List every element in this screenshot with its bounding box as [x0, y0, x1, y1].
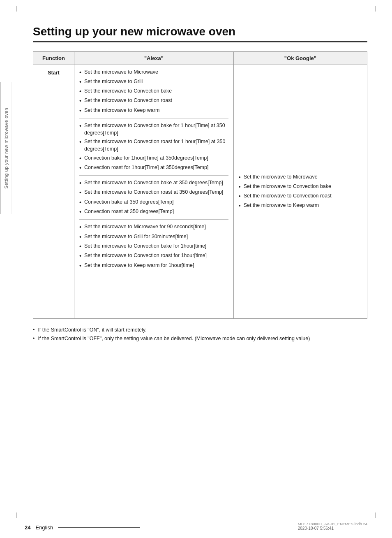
alexa-section-2: Set the microwave to Convection bake for… — [79, 118, 228, 175]
corner-mark-bl — [16, 512, 22, 518]
footer-note-item: If the SmartControl is "ON", it will sta… — [33, 326, 367, 334]
main-table: Function "Alexa" "Ok Google" Start Set t… — [33, 51, 367, 319]
page-wrapper: Setting up your new microwave oven Setti… — [0, 0, 392, 538]
table-header-row: Function "Alexa" "Ok Google" — [33, 51, 367, 65]
alexa-list-1: Set the microwave to Microwave Set the m… — [79, 68, 228, 115]
footer-note-item: If the SmartControl is "OFF", only the s… — [33, 335, 367, 343]
alexa-list-2: Set the microwave to Convection bake for… — [79, 122, 228, 172]
footer-notes-list: If the SmartControl is "ON", it will sta… — [33, 326, 367, 343]
list-item: Set the microwave to Convection roast fo… — [79, 252, 228, 260]
page-footer: 24 English MC17T8000C_AA-01_EN+MES.indb … — [25, 522, 367, 531]
side-label-text: Setting up your new microwave oven — [4, 108, 9, 189]
list-item: Set the microwave to Microwave — [79, 68, 228, 77]
alexa-section-4: Set the microwave to Microwave for 90 se… — [79, 219, 228, 269]
list-item: Set the microwave to Convection bake for… — [79, 242, 228, 250]
list-item: Set the microwave to Convection bake at … — [79, 179, 228, 187]
footer-filename: MC17T8000C_AA-01_EN+MES.indb 24 — [298, 522, 367, 526]
footer-timestamp: 2020-10-07 ￼5:56:41 — [298, 526, 367, 531]
list-item: Set the microwave to Convection roast — [79, 97, 228, 105]
footer-notes: If the SmartControl is "ON", it will sta… — [33, 326, 367, 343]
page-title: Setting up your new microwave oven — [33, 25, 367, 39]
list-item: Set the microwave to Convection bake for… — [79, 122, 228, 137]
list-item: Set the microwave to Microwave — [239, 173, 362, 181]
footer-line — [58, 527, 140, 528]
list-item: Set the microwave to Keep warm — [79, 107, 228, 115]
alexa-list-4: Set the microwave to Microwave for 90 se… — [79, 223, 228, 269]
list-item: Set the microwave to Convection bake — [79, 87, 228, 95]
list-item: Set the microwave to Convection roast at… — [79, 188, 228, 197]
alexa-cell: Set the microwave to Microwave Set the m… — [74, 65, 234, 318]
list-item: Set the microwave to Convection bake — [239, 183, 362, 191]
list-item: Set the microwave to Grill — [79, 78, 228, 86]
list-item: Convection bake at 350 degrees[Temp] — [79, 198, 228, 206]
google-list: Set the microwave to Microwave Set the m… — [239, 173, 362, 210]
function-cell: Start — [33, 65, 74, 318]
list-item: Set the microwave to Microwave for 90 se… — [79, 223, 228, 231]
footer-note-text: If the SmartControl is "OFF", only the s… — [38, 335, 310, 343]
side-label: Setting up your new microwave oven — [0, 82, 12, 214]
function-label: Start — [48, 70, 59, 76]
list-item: Set the microwave to Convection roast fo… — [79, 138, 228, 153]
list-item: Set the microwave to Convection roast — [239, 192, 362, 200]
footer-right: MC17T8000C_AA-01_EN+MES.indb 24 2020-10-… — [298, 522, 367, 531]
alexa-list-3: Set the microwave to Convection bake at … — [79, 179, 228, 216]
google-col-inner: Set the microwave to Microwave Set the m… — [239, 68, 362, 315]
header-alexa: "Alexa" — [74, 51, 234, 65]
list-item: Set the microwave to Keep warm for 1hour… — [79, 262, 228, 270]
footer-note-text: If the SmartControl is "ON", it will sta… — [38, 326, 146, 334]
page-number-section: 24 English — [25, 524, 140, 531]
title-underline — [33, 41, 367, 42]
list-item: Convection bake for 1hour[Time] at 350de… — [79, 154, 228, 162]
list-item: Convection roast at 350 degrees[Temp] — [79, 208, 228, 216]
corner-mark-br — [370, 512, 376, 518]
corner-mark-tr — [370, 6, 376, 12]
corner-mark-tl — [16, 6, 22, 12]
page-number: 24 — [25, 524, 30, 531]
table-row: Start Set the microwave to Microwave Set… — [33, 65, 367, 318]
alexa-section-1: Set the microwave to Microwave Set the m… — [79, 68, 228, 118]
list-item: Convection roast for 1hour[Time] at 350d… — [79, 164, 228, 172]
header-google: "Ok Google" — [233, 51, 367, 65]
header-function: Function — [33, 51, 74, 65]
alexa-section-3: Set the microwave to Convection bake at … — [79, 175, 228, 219]
list-item: Set the microwave to Grill for 30minutes… — [79, 233, 228, 241]
list-item: Set the microwave to Keep warm — [239, 202, 362, 210]
language-label: English — [35, 524, 53, 531]
google-cell: Set the microwave to Microwave Set the m… — [233, 65, 367, 318]
